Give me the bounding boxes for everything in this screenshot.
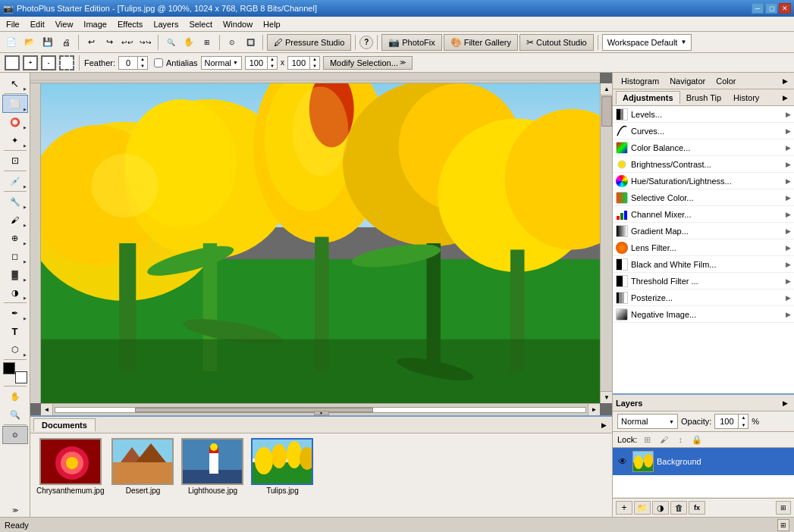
- select-all-button[interactable]: 🔲: [242, 34, 259, 51]
- height-down-icon[interactable]: ▼: [310, 63, 319, 70]
- feather-value[interactable]: [119, 58, 137, 67]
- height-input[interactable]: ▲ ▼: [287, 56, 320, 70]
- tool-magic-wand[interactable]: ✦▶: [2, 131, 28, 149]
- opacity-up-icon[interactable]: ▲: [739, 414, 748, 421]
- background-color-swatch[interactable]: [15, 371, 27, 383]
- layer-visibility-icon[interactable]: 👁: [616, 455, 629, 468]
- close-button[interactable]: ✕: [779, 3, 791, 14]
- tool-crop[interactable]: ⊡: [2, 152, 28, 170]
- adj-color-balance[interactable]: Color Balance... ▶: [613, 139, 794, 156]
- foreground-color-swatch[interactable]: [3, 362, 15, 374]
- width-input[interactable]: ▲ ▼: [245, 56, 278, 70]
- feather-input[interactable]: ▲ ▼: [118, 56, 148, 70]
- navigator-tab[interactable]: Navigator: [664, 74, 711, 88]
- layers-expand-button[interactable]: ▶: [779, 397, 791, 409]
- menu-window[interactable]: Window: [218, 19, 257, 30]
- adj-negative[interactable]: Negative Image... ▶: [613, 306, 794, 323]
- doc-tulips[interactable]: Tulips.jpg: [251, 438, 313, 495]
- tool-lasso[interactable]: ⭕▶: [2, 113, 28, 131]
- canvas-content[interactable]: [41, 83, 600, 403]
- height-value[interactable]: [288, 58, 309, 67]
- adj-lens-filter[interactable]: Lens Filter... ▶: [613, 239, 794, 256]
- cutout-studio-button[interactable]: ✂ Cutout Studio: [519, 34, 594, 51]
- menu-image[interactable]: Image: [79, 19, 111, 30]
- tool-eyedropper[interactable]: 💉▶: [2, 172, 28, 190]
- status-icon[interactable]: ⊞: [777, 519, 789, 531]
- tool-expand-bottom[interactable]: ≫: [2, 505, 28, 515]
- lock-all-icon[interactable]: 🔒: [690, 433, 704, 446]
- color-tab[interactable]: Color: [711, 74, 741, 88]
- adj-gradient-map[interactable]: Gradient Map... ▶: [613, 223, 794, 239]
- zoom-rect-button[interactable]: ⊞: [199, 34, 215, 51]
- open-button[interactable]: 📂: [21, 34, 38, 51]
- tool-hand[interactable]: ✋: [2, 387, 28, 405]
- menu-select[interactable]: Select: [184, 19, 217, 30]
- subtract-selection-button[interactable]: -: [41, 55, 56, 70]
- new-layer-button[interactable]: +: [616, 501, 632, 515]
- blend-mode-select[interactable]: Normal ▼: [617, 414, 678, 429]
- minimize-button[interactable]: ─: [752, 3, 764, 14]
- vscroll-thumb[interactable]: [601, 96, 612, 127]
- width-up-icon[interactable]: ▲: [268, 56, 277, 63]
- new-selection-button[interactable]: [5, 55, 20, 70]
- adj-channel-mixer[interactable]: Channel Mixer... ▶: [613, 206, 794, 223]
- opacity-down-icon[interactable]: ▼: [739, 421, 748, 429]
- pan-button[interactable]: ✋: [180, 34, 197, 51]
- delete-layer-button[interactable]: 🗑: [670, 501, 687, 515]
- filter-gallery-button[interactable]: 🎨 Filter Gallery: [444, 34, 518, 51]
- documents-tab[interactable]: Documents: [33, 418, 96, 431]
- height-up-icon[interactable]: ▲: [310, 56, 319, 63]
- new-button[interactable]: 📄: [3, 34, 20, 51]
- adj-bw-film[interactable]: Black and White Film... ▶: [613, 256, 794, 273]
- tool-pen[interactable]: ✒▶: [2, 304, 28, 322]
- fx-button[interactable]: fx: [689, 501, 705, 515]
- tool-shapes[interactable]: ⬡▶: [2, 340, 28, 358]
- adj-brightness[interactable]: Brightness/Contrast... ▶: [613, 156, 794, 173]
- histogram-tab[interactable]: Histogram: [616, 74, 664, 88]
- vertical-scrollbar[interactable]: ▲ ▼: [600, 83, 612, 403]
- lock-pixels-icon[interactable]: 🖌: [657, 433, 670, 446]
- redo-button[interactable]: ↪: [101, 34, 118, 51]
- scroll-expand-button[interactable]: ▼: [314, 411, 329, 415]
- hscroll-right-button[interactable]: ►: [588, 404, 600, 416]
- opacity-value-input[interactable]: [715, 417, 738, 426]
- brush-tip-tab[interactable]: Brush Tip: [680, 92, 727, 104]
- add-selection-button[interactable]: +: [23, 55, 38, 70]
- tool-select-rect[interactable]: ⬜▶: [2, 95, 28, 113]
- adj-selective-color[interactable]: Selective Color... ▶: [613, 189, 794, 206]
- menu-view[interactable]: View: [51, 19, 78, 30]
- adjustments-tab[interactable]: Adjustments: [616, 91, 680, 105]
- tool-zoom[interactable]: 🔍: [2, 405, 28, 424]
- docs-expand-button[interactable]: ▶: [598, 420, 609, 430]
- width-down-icon[interactable]: ▼: [268, 63, 277, 70]
- modify-selection-button[interactable]: Modify Selection... ≫: [323, 56, 413, 70]
- adj-threshold[interactable]: Threshold Filter ... ▶: [613, 273, 794, 289]
- layers-panel-expand[interactable]: ⊞: [776, 501, 791, 515]
- help-button[interactable]: ?: [359, 36, 373, 49]
- antialias-checkbox[interactable]: [154, 58, 163, 67]
- vscroll-up-button[interactable]: ▲: [601, 83, 612, 95]
- lock-position-icon[interactable]: ↕: [673, 433, 687, 446]
- tool-eraser[interactable]: ◻▶: [2, 247, 28, 265]
- opacity-input-box[interactable]: ▲ ▼: [714, 414, 748, 429]
- zoom-fit-button[interactable]: 🔍: [162, 34, 179, 51]
- tool-heal[interactable]: 🔧▶: [2, 192, 28, 211]
- tool-dodge[interactable]: ◑▶: [2, 283, 28, 302]
- hscroll-thumb[interactable]: [135, 408, 374, 412]
- undo-button[interactable]: ↩: [83, 34, 99, 51]
- intersect-selection-button[interactable]: [59, 55, 74, 70]
- width-value[interactable]: [246, 58, 267, 67]
- layer-background[interactable]: 👁 Background: [613, 448, 794, 475]
- menu-effects[interactable]: Effects: [113, 19, 147, 30]
- tool-clone[interactable]: ⊕▶: [2, 229, 28, 247]
- tool-brush[interactable]: 🖌▶: [2, 211, 28, 229]
- adjust-layer-button[interactable]: ◑: [652, 501, 669, 515]
- menu-help[interactable]: Help: [259, 19, 285, 30]
- history-tab[interactable]: History: [727, 92, 765, 104]
- redo2-button[interactable]: ↪↪: [137, 34, 154, 51]
- adj-curves[interactable]: Curves... ▶: [613, 123, 794, 139]
- hscroll-left-button[interactable]: ◄: [41, 404, 53, 416]
- print-button[interactable]: 🖨: [58, 34, 74, 51]
- lasso-button[interactable]: ⊙: [224, 34, 240, 51]
- pressure-studio-button[interactable]: 🖊 Pressure Studio: [267, 34, 351, 51]
